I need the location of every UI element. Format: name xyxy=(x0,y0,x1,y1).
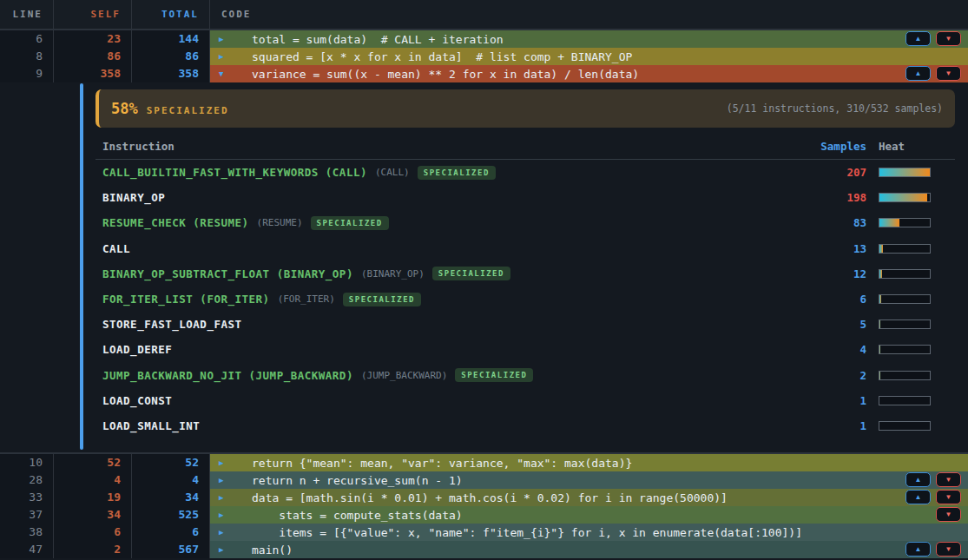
instruction-name: FOR_ITER_LIST (FOR_ITER) xyxy=(102,293,270,306)
heat-cell xyxy=(866,421,955,431)
jump-prev-hotspot-button[interactable]: ▲ xyxy=(905,31,931,46)
heat-bar-track xyxy=(879,421,931,431)
specialization-summary-left: 58%SPECIALIZED xyxy=(111,100,229,117)
expand-toggle-icon[interactable]: ▶ xyxy=(219,511,234,519)
total-samples-cell: 144 xyxy=(132,30,210,48)
jump-prev-hotspot-button[interactable]: ▲ xyxy=(905,472,931,487)
jump-next-hotspot-button[interactable]: ▼ xyxy=(936,31,961,46)
expand-toggle-icon[interactable]: ▶ xyxy=(219,52,234,61)
specialized-badge: SPECIALIZED xyxy=(432,267,510,280)
code-table-header: LINE SELF TOTAL CODE xyxy=(0,0,968,30)
jump-next-hotspot-button[interactable]: ▼ xyxy=(936,66,961,81)
instruction-row: FOR_ITER_LIST (FOR_ITER)(FOR_ITER)SPECIA… xyxy=(95,287,955,312)
jump-prev-hotspot-button[interactable]: ▲ xyxy=(905,542,931,557)
expand-toggle-icon[interactable]: ▶ xyxy=(219,458,234,467)
jump-prev-hotspot-button[interactable]: ▲ xyxy=(905,66,931,81)
instruction-name-group: BINARY_OP_SUBTRACT_FLOAT (BINARY_OP)(BIN… xyxy=(95,267,797,280)
code-line-text: stats = compute_stats(data) xyxy=(252,509,463,522)
samples-count: 1 xyxy=(797,419,866,432)
total-samples-cell: 6 xyxy=(132,524,210,541)
code-cell[interactable]: ▶total = sum(data) # CALL + iteration▲▼ xyxy=(210,30,968,48)
instruction-name: LOAD_CONST xyxy=(102,394,172,407)
instruction-row: BINARY_OP_SUBTRACT_FLOAT (BINARY_OP)(BIN… xyxy=(95,261,955,287)
hotspot-nav-group: ▲▼ xyxy=(905,66,961,81)
samples-count: 13 xyxy=(797,242,866,255)
instruction-name-group: JUMP_BACKWARD_NO_JIT (JUMP_BACKWARD)(JUM… xyxy=(95,368,797,382)
column-header-samples: Samples xyxy=(797,140,866,153)
code-cell[interactable]: ▶data = [math.sin(i * 0.01) + math.cos(i… xyxy=(210,489,968,506)
code-rows-top: 623144▶total = sum(data) # CALL + iterat… xyxy=(0,30,968,82)
heat-bar-track xyxy=(879,218,931,227)
column-header-instruction: Instruction xyxy=(95,140,797,153)
hotspot-nav-group: ▼ xyxy=(936,507,961,522)
code-line-text: return {"mean": mean, "var": variance, "… xyxy=(252,457,632,470)
specialized-badge: SPECIALIZED xyxy=(311,216,389,230)
expand-toggle-icon[interactable]: ▶ xyxy=(219,476,234,484)
samples-count: 207 xyxy=(797,166,866,179)
specialized-badge: SPECIALIZED xyxy=(418,166,496,180)
self-samples-cell: 19 xyxy=(54,489,132,506)
samples-count: 5 xyxy=(797,318,866,331)
code-cell[interactable]: ▶return {"mean": mean, "var": variance, … xyxy=(210,454,968,471)
instruction-name-group: CALL_BUILTIN_FAST_WITH_KEYWORDS (CALL)(C… xyxy=(95,166,797,180)
instruction-row: LOAD_CONST1 xyxy=(95,388,955,413)
expand-toggle-icon[interactable]: ▶ xyxy=(219,35,234,43)
code-row-line-6: 623144▶total = sum(data) # CALL + iterat… xyxy=(0,30,968,48)
heat-bar-fill xyxy=(879,194,927,201)
self-samples-cell: 6 xyxy=(54,524,132,541)
samples-count: 4 xyxy=(797,343,866,356)
samples-count: 2 xyxy=(797,369,866,382)
specialization-percent-label: SPECIALIZED xyxy=(147,105,229,116)
self-samples-cell: 2 xyxy=(54,541,132,558)
total-samples-cell: 567 xyxy=(132,541,210,558)
code-cell[interactable]: ▶return n + recursive_sum(n - 1)▲▼ xyxy=(210,471,968,489)
total-samples-cell: 52 xyxy=(132,454,210,471)
expand-toggle-icon[interactable]: ▶ xyxy=(219,528,234,537)
code-cell[interactable]: ▶squared = [x * x for x in data] # list … xyxy=(210,48,968,65)
specialization-stats: (5/11 instructions, 310/532 samples) xyxy=(727,102,943,115)
instruction-name-group: STORE_FAST_LOAD_FAST xyxy=(95,318,797,331)
profiler-app: LINE SELF TOTAL CODE 623144▶total = sum(… xyxy=(0,0,968,558)
total-samples-cell: 525 xyxy=(132,506,210,524)
line-number-cell: 9 xyxy=(0,65,54,82)
instruction-name: LOAD_SMALL_INT xyxy=(102,419,200,432)
code-line-text: squared = [x * x for x in data] # list c… xyxy=(252,50,632,63)
hotspot-nav-group: ▲▼ xyxy=(905,542,961,557)
code-rows-bottom: 105252▶return {"mean": mean, "var": vari… xyxy=(0,452,968,558)
samples-count: 1 xyxy=(797,394,866,407)
instruction-row: BINARY_OP198 xyxy=(95,185,955,210)
code-cell[interactable]: ▶main()▲▼ xyxy=(210,541,968,558)
code-cell[interactable]: ▼variance = sum((x - mean) ** 2 for x in… xyxy=(210,65,968,82)
instruction-row: LOAD_SMALL_INT1 xyxy=(95,413,955,438)
jump-next-hotspot-button[interactable]: ▼ xyxy=(936,507,961,522)
heat-cell xyxy=(866,345,955,354)
code-line-text: items = [{"value": x, "name": f"item_{i}… xyxy=(252,526,802,539)
heat-bar-track xyxy=(879,345,931,354)
code-line-text: main() xyxy=(252,544,293,557)
expand-toggle-icon[interactable]: ▶ xyxy=(219,545,234,554)
instruction-base-name: (RESUME) xyxy=(257,217,303,228)
instruction-row: RESUME_CHECK (RESUME)(RESUME)SPECIALIZED… xyxy=(95,210,955,235)
jump-next-hotspot-button[interactable]: ▼ xyxy=(936,490,961,504)
expand-toggle-icon[interactable]: ▶ xyxy=(219,493,234,502)
instruction-name-group: FOR_ITER_LIST (FOR_ITER)(FOR_ITER)SPECIA… xyxy=(95,293,797,306)
instruction-table: Instruction Samples Heat CALL_BUILTIN_FA… xyxy=(95,134,955,438)
heat-bar-fill xyxy=(879,168,930,176)
instruction-name-group: BINARY_OP xyxy=(95,191,797,204)
instruction-name: CALL_BUILTIN_FAST_WITH_KEYWORDS (CALL) xyxy=(102,166,367,179)
jump-next-hotspot-button[interactable]: ▼ xyxy=(936,542,961,557)
code-cell[interactable]: ▶ stats = compute_stats(data)▼ xyxy=(210,506,968,524)
expand-toggle-icon[interactable]: ▼ xyxy=(219,69,234,78)
heat-bar-track xyxy=(879,244,931,254)
instruction-base-name: (JUMP_BACKWARD) xyxy=(361,370,447,381)
line-number-cell: 8 xyxy=(0,48,54,65)
jump-prev-hotspot-button[interactable]: ▲ xyxy=(905,490,931,504)
self-samples-cell: 4 xyxy=(54,471,132,489)
jump-next-hotspot-button[interactable]: ▼ xyxy=(936,472,961,487)
code-cell[interactable]: ▶ items = [{"value": x, "name": f"item_{… xyxy=(210,524,968,541)
instruction-name-group: LOAD_SMALL_INT xyxy=(95,419,797,432)
code-row-line-38: 3866▶ items = [{"value": x, "name": f"it… xyxy=(0,524,968,541)
heat-bar-track xyxy=(879,320,931,329)
line-number-cell: 6 xyxy=(0,30,54,48)
instruction-row: CALL_BUILTIN_FAST_WITH_KEYWORDS (CALL)(C… xyxy=(95,160,955,185)
